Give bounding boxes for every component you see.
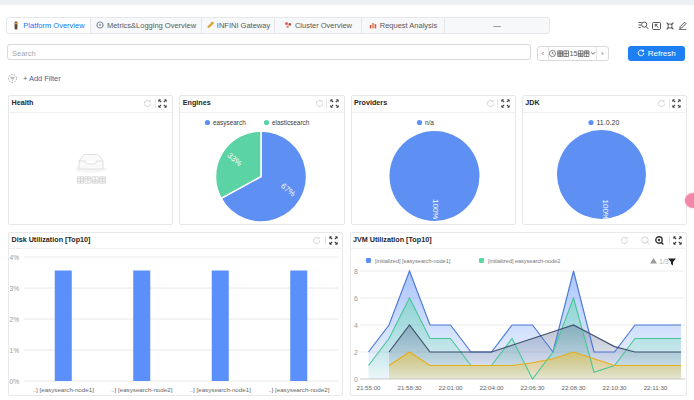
svg-text:22:06:30: 22:06:30 [520, 384, 545, 391]
svg-text:21:55:00: 21:55:00 [356, 384, 381, 391]
svg-text:2%: 2% [9, 316, 19, 323]
svg-text:22:11:30: 22:11:30 [643, 384, 667, 391]
svg-text:4: 4 [354, 322, 358, 329]
svg-text:1%: 1% [9, 347, 19, 354]
svg-text:[initialized] [easysearch-node: [initialized] [easysearch-node1] [375, 258, 451, 264]
svg-text:..] [easysearch-node1]: ..] [easysearch-node1] [33, 386, 95, 393]
svg-text:4%: 4% [9, 254, 19, 261]
svg-text:..] [easysearch-node2]: ..] [easysearch-node2] [268, 386, 330, 393]
svg-text:0%: 0% [9, 378, 19, 385]
svg-text:..] [easysearch-node2]: ..] [easysearch-node2] [111, 386, 173, 393]
svg-text:1/3: 1/3 [659, 258, 669, 265]
svg-text:n/a: n/a [425, 118, 434, 125]
svg-text:100%: 100% [601, 199, 610, 219]
svg-text:2: 2 [354, 349, 358, 356]
svg-text:100%: 100% [431, 199, 440, 219]
svg-text:6: 6 [354, 295, 358, 302]
svg-text:8: 8 [354, 268, 358, 275]
svg-text:21:58:30: 21:58:30 [397, 384, 422, 391]
svg-text:3%: 3% [9, 285, 19, 292]
svg-text:easysearch: easysearch [213, 118, 246, 126]
svg-text:22:10:30: 22:10:30 [602, 384, 627, 391]
svg-text:22:04:00: 22:04:00 [479, 384, 504, 391]
svg-text:elasticsearch: elasticsearch [272, 118, 310, 125]
svg-text:22:08:30: 22:08:30 [561, 384, 586, 391]
svg-text:0: 0 [354, 376, 358, 383]
svg-text:[initialized] easysearch-node2: [initialized] easysearch-node2 [488, 258, 560, 264]
svg-text:11.0.20: 11.0.20 [596, 119, 619, 126]
svg-text:..] [easysearch-node1]: ..] [easysearch-node1] [190, 386, 252, 393]
svg-text:22:01:00: 22:01:00 [438, 384, 463, 391]
svg-text:15: 15 [570, 49, 578, 58]
